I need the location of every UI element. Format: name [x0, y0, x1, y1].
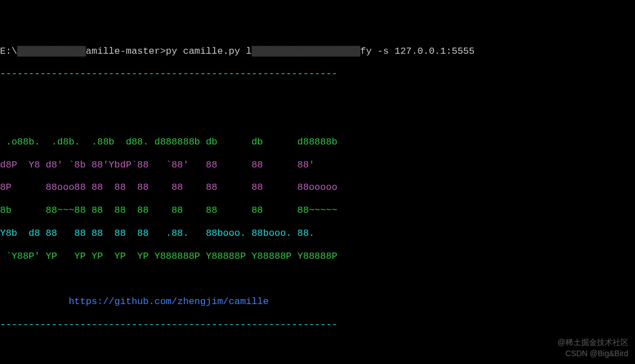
hidden-args: ███ ██.███.████████: [252, 46, 360, 57]
ascii-art-line-3: 8P 88ooo88 88 88 88 88 88 88 88ooooo: [0, 182, 635, 193]
ascii-art-line-4: 8b 88~~~88 88 88 88 88 88 88 88~~~~~: [0, 205, 635, 216]
blank-line: [0, 114, 635, 125]
hidden-path-1: █████ ██████: [17, 46, 86, 57]
divider-top: ----------------------------------------…: [0, 68, 635, 80]
divider-bottom: ----------------------------------------…: [0, 319, 635, 330]
drive-letter: E:\: [0, 46, 17, 57]
ascii-art-line-6: `Y88P' YP YP YP YP YP Y888888P Y88888P Y…: [0, 251, 635, 262]
blank-line: [0, 91, 635, 102]
folder-name: amille-master>: [86, 46, 166, 57]
watermark-csdn: CSDN @Big&Bird: [566, 349, 628, 358]
ascii-art-line-2: d8P Y8 d8' `8b 88'YbdP`88 `88' 88 88 88': [0, 160, 635, 171]
ascii-art-line-1: .o88b. .d8b. .88b d88. d888888b db db d8…: [0, 137, 635, 148]
ascii-art-line-5: Y8b d8 88 88 88 88 88 .88. 88booo. 88boo…: [0, 228, 635, 239]
command-prompt: E:\█████ ██████amille-master>py camille.…: [0, 46, 635, 57]
command-text: py camille.py l: [166, 46, 252, 57]
github-link[interactable]: https://github.com/zhengjim/camille: [68, 296, 268, 307]
command-tail: fy -s 127.0.0.1:5555: [360, 46, 475, 57]
watermark-juejin: @稀土掘金技术社区: [558, 338, 628, 347]
blank-line: [0, 342, 635, 353]
blank-line: [0, 274, 635, 285]
link-indent: [0, 296, 68, 307]
link-line: https://github.com/zhengjim/camille: [0, 296, 635, 307]
